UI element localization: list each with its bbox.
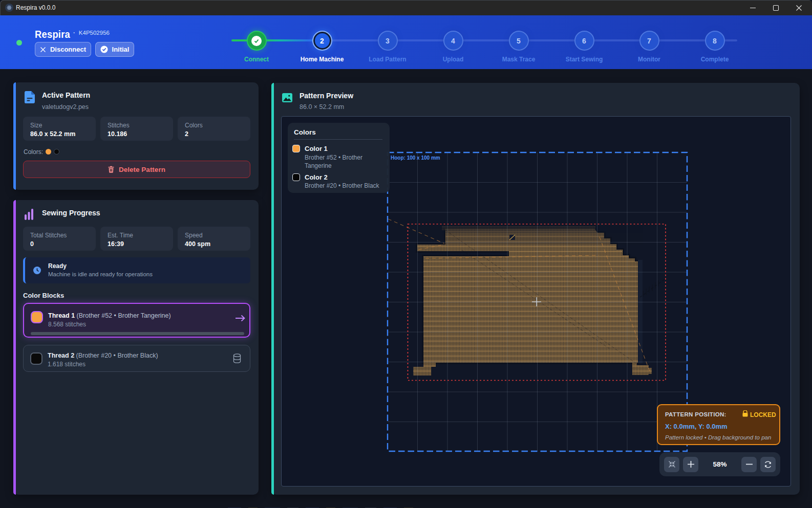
svg-text:Hoop: 100 x 100 mm: Hoop: 100 x 100 mm [391,155,440,161]
